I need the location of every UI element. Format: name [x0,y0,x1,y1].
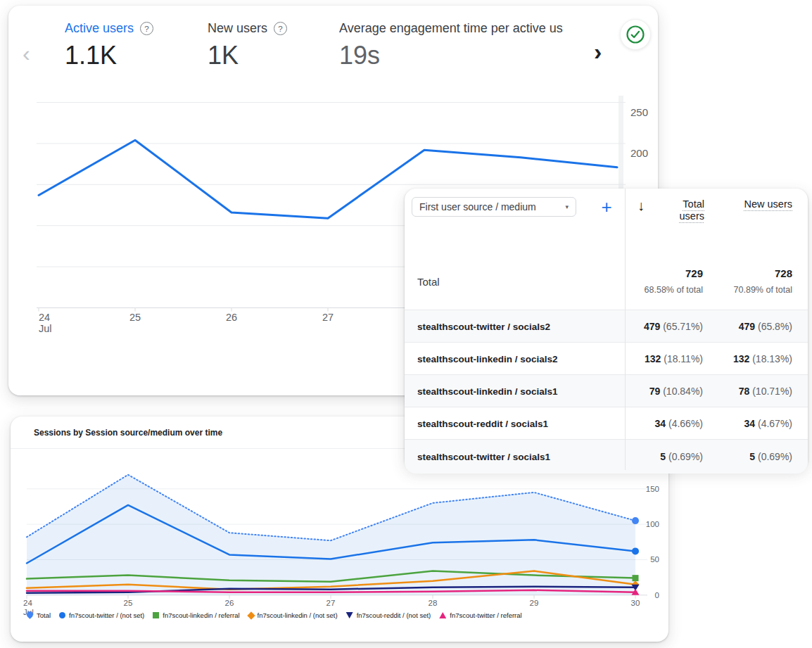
legend-label: fn7scout-twitter / referral [450,611,521,619]
total-users-share: 68.58% of total [645,285,703,295]
source-medium-cell: stealthscout-linkedin / socials1 [417,386,558,396]
triangle-up-marker-icon [439,612,446,618]
table-row: stealthscout-linkedin / socials2132 (18.… [405,342,808,374]
chart-title: Sessions by Session source/medium over t… [34,428,222,438]
source-medium-cell: stealthscout-reddit / socials1 [417,418,548,428]
y-tick-label: 100 [646,520,659,528]
legend-label: fn7scout-linkedin / referral [163,611,239,619]
total-users-cell: 79 (10.84%) [649,386,703,397]
total-end-marker [632,517,639,524]
help-icon[interactable]: ? [140,22,153,35]
help-icon[interactable]: ? [274,22,287,35]
x-tick-label: 26 [225,599,234,607]
x-tick-label: 30 [631,599,640,607]
total-users-cell: 132 (18.11%) [645,353,703,364]
fn7scout-twitter-not-set-end-marker [632,547,639,554]
metric-label-row: Average engagement time per active us [339,21,563,36]
total-users-cell: 479 (65.71%) [644,321,703,332]
new-users-share: 70.89% of total [734,285,792,295]
sort-descending-icon[interactable]: ↓ [637,198,645,214]
x-tick-label: 27 [326,599,336,607]
source-medium-cell: stealthscout-twitter / socials1 [417,452,550,462]
square-marker-icon [153,612,159,618]
column-divider [625,189,626,470]
fn7scout-linkedin-referral-end-marker [633,575,639,581]
column-header-new-users[interactable]: New users [744,198,793,210]
legend-item: fn7scout-twitter / referral [439,611,521,619]
new-users-value: 728 [734,267,792,279]
x-tick-label: 29 [530,599,539,607]
x-tick-label: 26 [226,312,237,323]
x-tick-label: 25 [129,312,141,323]
legend-item: fn7scout-twitter / (not set) [59,611,144,619]
y-tick-label: 250 [630,106,648,118]
metric-tab-active-users[interactable]: Active users ? 1.1K [65,21,153,70]
metric-label-row: New users ? [208,21,287,36]
legend-item: fn7scout-linkedin / referral [153,611,239,619]
x-tick-sublabel: Jul [39,323,52,334]
source-medium-cell: stealthscout-twitter / socials2 [417,321,550,331]
metric-label: Average engagement time per active us [339,21,563,36]
carousel-prev-button[interactable]: ‹ [23,42,30,65]
new-users-cell: 132 (18.13%) [733,353,792,364]
chevron-down-icon: ▾ [565,203,569,210]
metric-tab-new-users[interactable]: New users ? 1K [208,21,287,70]
check-circle-icon [626,25,645,44]
y-tick-label: 50 [650,555,659,564]
metric-value: 19s [339,41,563,70]
legend-item: fn7scout-linkedin / (not set) [248,611,338,619]
y-tick-label: 200 [630,147,648,159]
metric-tab-avg-engagement-time[interactable]: Average engagement time per active us 19… [339,21,563,70]
triangle-down-marker-icon [346,612,353,618]
diamond-marker-icon [247,611,255,619]
metric-label-row: Active users ? [65,21,153,36]
source-medium-cell: stealthscout-linkedin / socials2 [417,353,558,364]
legend-label: Total [37,611,51,619]
total-users-value: 729 [645,267,703,279]
legend-item: fn7scout-reddit / (not set) [346,611,431,619]
x-tick-label: 24 [23,599,32,607]
carousel-next-button[interactable]: › [594,39,602,63]
new-users-cell: 479 (65.8%) [739,321,792,332]
total-users-summary: 729 68.58% of total [645,267,703,295]
circle-marker-icon [59,612,65,618]
total-row-label: Total [417,276,440,288]
new-users-cell: 5 (0.69%) [749,451,792,462]
legend-item: Total [27,611,51,619]
pin-marker-icon [25,610,34,619]
y-tick-label: 150 [646,485,659,493]
metric-value: 1K [208,41,287,70]
legend-label: fn7scout-linkedin / (not set) [258,611,338,619]
metric-label: New users [208,21,267,36]
legend-label: fn7scout-reddit / (not set) [357,611,431,619]
x-tick-label: 25 [124,599,133,607]
add-dimension-button[interactable]: + [596,196,617,217]
metric-value: 1.1K [65,41,153,70]
table-rows: stealthscout-twitter / socials2479 (65.7… [405,310,808,474]
table-row: stealthscout-twitter / socials15 (0.69%)… [405,439,808,474]
metric-label: Active users [65,21,134,36]
status-ok-button[interactable] [620,19,651,50]
table-row: stealthscout-reddit / socials134 (4.66%)… [405,407,808,439]
new-users-cell: 34 (4.67%) [744,418,793,429]
chart-legend: Totalfn7scout-twitter / (not set)fn7scou… [27,611,522,619]
dimension-dropdown-value: First user source / medium [419,201,536,212]
source-medium-table-card: First user source / medium ▾ + ↓ Total u… [405,189,808,470]
x-tick-label: 27 [322,312,334,323]
total-users-cell: 34 (4.66%) [655,418,704,429]
column-header-total-users[interactable]: Total users [671,198,704,222]
sessions-line-chart: 24Jul252627282930150100500 [11,452,668,621]
table-row: stealthscout-linkedin / socials179 (10.8… [405,374,808,407]
new-users-summary: 728 70.89% of total [734,267,792,295]
x-tick-label: 28 [429,599,438,607]
new-users-cell: 78 (10.71%) [739,386,792,397]
dimension-dropdown[interactable]: First user source / medium ▾ [412,197,576,217]
total-users-cell: 5 (0.69%) [660,451,703,462]
y-tick-label: 0 [655,591,659,599]
x-tick-label: 24 [39,312,50,323]
table-row: stealthscout-twitter / socials2479 (65.7… [405,310,808,342]
legend-label: fn7scout-twitter / (not set) [69,611,144,619]
total-area [27,475,635,595]
